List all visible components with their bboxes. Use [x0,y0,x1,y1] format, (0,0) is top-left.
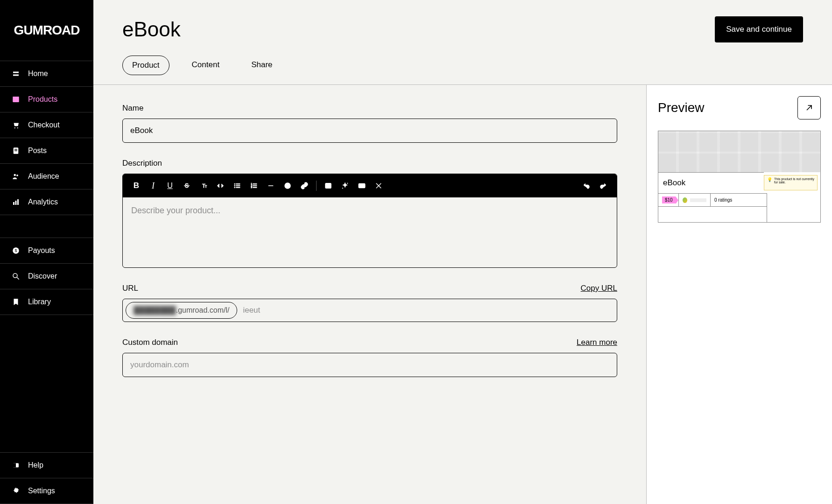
tab-share[interactable]: Share [242,56,282,75]
tab-content[interactable]: Content [183,56,229,75]
bullet-list-icon[interactable] [230,179,244,193]
brand-logo: GUMROAD [0,0,93,61]
text-size-icon[interactable]: TT [197,179,211,193]
link-icon[interactable] [297,179,311,193]
preview-title: Preview [658,100,705,115]
svg-point-9 [14,174,16,176]
sidebar-item-label: Payouts [28,246,55,255]
sidebar-item-label: Help [28,461,43,469]
strikethrough-icon[interactable]: S [180,179,194,193]
italic-icon[interactable]: I [146,179,160,193]
name-input[interactable] [122,119,617,143]
svg-point-39 [287,185,288,186]
posts-icon [11,147,21,155]
sidebar-item-label: Analytics [28,198,58,206]
sidebar-item-posts[interactable]: Posts [0,138,93,164]
preview-author-cell [679,194,711,206]
sidebar-item-discover[interactable]: Discover [0,264,93,289]
field-name: Name [122,104,617,143]
svg-rect-36 [253,187,257,188]
bold-icon[interactable]: B [129,179,143,193]
sparkle-icon[interactable] [338,179,352,193]
sidebar-item-label: Settings [28,487,55,495]
svg-rect-30 [236,187,240,188]
save-continue-button[interactable]: Save and continue [715,16,803,42]
sidebar-item-settings[interactable]: Settings [0,478,93,504]
numbered-list-icon[interactable]: 123 [247,179,261,193]
sidebar-item-help[interactable]: Help [0,453,93,478]
preview-cover-placeholder [658,131,820,172]
tabs: Product Content Share [122,56,803,75]
field-description: Description B I U S TT 123 [122,159,617,268]
payouts-icon: $ [11,246,21,255]
custom-domain-label: Custom domain [122,338,178,347]
x-twitter-icon[interactable] [372,179,386,193]
lightbulb-icon: 💡 [767,177,772,182]
svg-point-29 [234,187,235,188]
sidebar-item-products[interactable]: Products [0,87,93,112]
svg-rect-19 [13,463,16,468]
underline-icon[interactable]: U [163,179,177,193]
help-icon [11,461,21,469]
svg-rect-3 [13,97,19,98]
svg-point-10 [16,175,18,176]
preview-warning: 💡 This product is not currently for sale… [764,175,818,190]
redo-icon[interactable] [596,179,610,193]
header: eBook Save and continue Product Content … [93,0,832,84]
rich-text-editor: B I U S TT 123 [122,174,617,268]
custom-domain-input[interactable] [122,353,617,377]
main: eBook Save and continue Product Content … [93,0,832,504]
sidebar-item-label: Home [28,70,48,78]
horizontal-rule-icon[interactable] [264,179,278,193]
copy-url-link[interactable]: Copy URL [581,284,617,293]
url-prefix-pill: ████████.gumroad.com/l/ [126,302,237,319]
learn-more-link[interactable]: Learn more [577,338,617,347]
sidebar: GUMROAD Home Products Checkout Posts Aud… [0,0,93,504]
sidebar-item-label: Audience [28,172,59,181]
sidebar-item-audience[interactable]: Audience [0,164,93,189]
field-url: URL Copy URL ████████.gumroad.com/l/ iee… [122,284,617,322]
undo-icon[interactable] [579,179,593,193]
quote-icon[interactable] [281,179,295,193]
code-icon[interactable] [213,179,227,193]
home-icon [11,70,21,78]
audience-icon [11,172,21,181]
preview-card: eBook 💡 This product is not currently fo… [658,131,821,223]
avatar-icon [683,197,687,203]
open-preview-button[interactable] [797,96,821,119]
checkout-icon [11,121,21,129]
sidebar-item-checkout[interactable]: Checkout [0,112,93,138]
sidebar-item-payouts[interactable]: $ Payouts [0,238,93,264]
page-title: eBook [122,18,181,41]
svg-point-16 [13,273,17,278]
svg-rect-26 [236,184,240,185]
description-textarea[interactable]: Describe your product... [123,197,617,267]
preview-footer [658,206,767,222]
svg-rect-12 [15,201,17,205]
sidebar-item-library[interactable]: Library [0,289,93,315]
sidebar-item-label: Posts [28,147,47,155]
tab-product[interactable]: Product [122,56,169,75]
preview-ratings: 0 ratings [711,194,767,206]
svg-line-48 [807,105,811,110]
url-input[interactable]: ████████.gumroad.com/l/ ieeut [122,299,617,322]
analytics-icon [11,198,21,206]
sidebar-item-home[interactable]: Home [0,61,93,87]
nav-footer: Help Settings [0,452,93,504]
library-icon [11,298,21,306]
settings-icon [11,487,21,495]
svg-rect-8 [14,150,17,151]
video-icon[interactable] [355,179,369,193]
preview-product-name: eBook [658,172,764,193]
svg-text:T: T [205,185,207,188]
svg-text:3: 3 [251,186,252,189]
name-label: Name [122,104,143,113]
sidebar-item-analytics[interactable]: Analytics [0,189,93,215]
preview-side [767,193,820,222]
arrow-up-right-icon [804,103,814,112]
svg-point-43 [342,188,343,189]
image-icon[interactable] [321,179,335,193]
svg-rect-32 [253,184,257,185]
description-label: Description [122,159,162,168]
sidebar-item-label: Products [28,95,57,104]
